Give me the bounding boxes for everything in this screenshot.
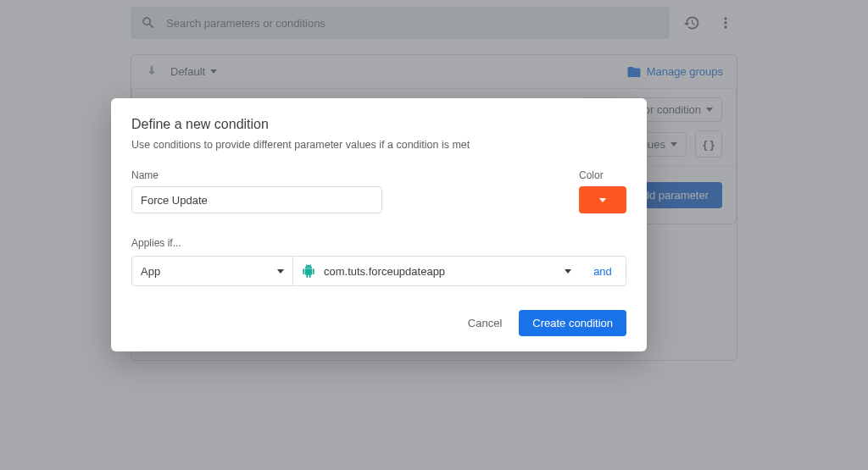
color-field: Color xyxy=(579,169,626,213)
dialog-footer: Cancel Create condition xyxy=(131,310,626,336)
color-picker-button[interactable] xyxy=(579,186,626,213)
name-field: Name xyxy=(131,169,567,213)
applies-label: Applies if... xyxy=(131,237,626,249)
create-condition-button[interactable]: Create condition xyxy=(519,310,626,336)
applies-value-text: com.tuts.forceupdateapp xyxy=(324,265,445,278)
new-condition-dialog: Define a new condition Use conditions to… xyxy=(111,98,647,351)
dialog-title: Define a new condition xyxy=(131,117,626,132)
applies-value-select[interactable]: com.tuts.forceupdateapp xyxy=(293,257,580,285)
applies-field-select[interactable]: App xyxy=(132,257,293,285)
dialog-subtitle: Use conditions to provide different para… xyxy=(131,139,626,151)
chevron-down-icon xyxy=(277,269,284,274)
applies-row: App com.tuts.forceupdateapp and xyxy=(131,256,626,286)
color-label: Color xyxy=(579,169,626,181)
name-label: Name xyxy=(131,169,567,181)
name-input[interactable] xyxy=(131,186,382,213)
chevron-down-icon xyxy=(565,269,571,274)
applies-field-label: App xyxy=(141,265,160,278)
name-color-row: Name Color xyxy=(131,169,626,213)
android-icon xyxy=(302,264,315,278)
applies-and-button[interactable]: and xyxy=(580,257,626,285)
cancel-button[interactable]: Cancel xyxy=(468,317,502,329)
chevron-down-icon xyxy=(599,198,606,202)
